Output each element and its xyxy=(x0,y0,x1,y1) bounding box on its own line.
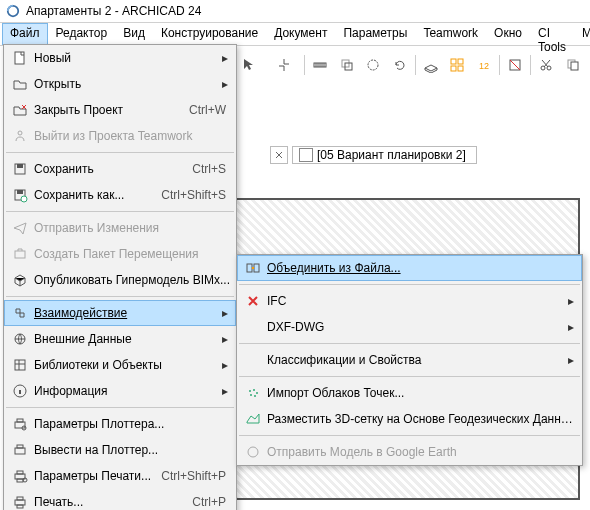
tool-measure[interactable] xyxy=(309,53,331,77)
printset-icon xyxy=(8,468,32,484)
menu-item[interactable]: Открыть▸ xyxy=(4,71,236,97)
ifc-icon xyxy=(241,293,265,309)
tab-close-button[interactable] xyxy=(270,146,288,164)
separator xyxy=(530,55,531,75)
svg-point-49 xyxy=(254,395,256,397)
submenu-arrow-icon: ▸ xyxy=(568,353,578,367)
menu-item-shortcut: Ctrl+W xyxy=(189,103,232,117)
submenu-arrow-icon: ▸ xyxy=(568,320,578,334)
menu-item-label: Импорт Облаков Точек... xyxy=(265,386,578,400)
separator xyxy=(415,55,416,75)
menu-item[interactable]: Сохранить как...Ctrl+Shift+S xyxy=(4,182,236,208)
menu-item[interactable]: Опубликовать Гипермодель BIMx... xyxy=(4,267,236,293)
menu-item[interactable]: СохранитьCtrl+S xyxy=(4,156,236,182)
menu-item[interactable]: Параметры Печати...Ctrl+Shift+P xyxy=(4,463,236,489)
svg-point-21 xyxy=(18,131,22,135)
svg-rect-7 xyxy=(451,66,456,71)
menu-item[interactable]: Параметры Плоттера... xyxy=(4,411,236,437)
svg-rect-15 xyxy=(571,62,578,70)
menu-item[interactable]: DXF-DWG▸ xyxy=(237,314,582,340)
tool-floor[interactable] xyxy=(420,53,442,77)
menu-item: Выйти из Проекта Teamwork xyxy=(4,123,236,149)
submenu-arrow-icon: ▸ xyxy=(222,306,232,320)
close-icon xyxy=(8,102,32,118)
menu-item: Отправить Модель в Google Earth xyxy=(237,439,582,465)
tool-cursor[interactable] xyxy=(233,53,265,77)
menu-item: Создать Пакет Перемещения xyxy=(4,241,236,267)
menu-параметры[interactable]: Параметры xyxy=(335,23,415,45)
menu-item-label: Сохранить xyxy=(32,162,192,176)
tool-snap[interactable] xyxy=(268,53,300,77)
menu-файл[interactable]: Файл xyxy=(2,23,48,45)
interop-submenu-dropdown: Объединить из Файла...IFC▸DXF-DWG▸Класси… xyxy=(236,254,583,466)
menu-item[interactable]: Внешние Данные▸ xyxy=(4,326,236,352)
menu-item[interactable]: Закрыть ПроектCtrl+W xyxy=(4,97,236,123)
class-icon xyxy=(241,352,265,368)
menu-вид[interactable]: Вид xyxy=(115,23,153,45)
menu-item[interactable]: Импорт Облаков Точек... xyxy=(237,380,582,406)
ge-icon xyxy=(241,444,265,460)
info-icon xyxy=(8,383,32,399)
menu-separator xyxy=(239,435,580,436)
menu-bar: ФайлРедакторВидКонструированиеДокументПа… xyxy=(0,23,590,46)
svg-point-50 xyxy=(248,447,258,457)
menu-item[interactable]: Вывести на Плоттер... xyxy=(4,437,236,463)
submenu-arrow-icon: ▸ xyxy=(568,294,578,308)
tool-offset[interactable] xyxy=(335,53,357,77)
send-icon xyxy=(8,220,32,236)
menu-item[interactable]: IFC▸ xyxy=(237,288,582,314)
menu-item[interactable]: Печать...Ctrl+P xyxy=(4,489,236,510)
menu-item[interactable]: Новый▸ xyxy=(4,45,236,71)
svg-rect-43 xyxy=(247,264,252,272)
menu-item[interactable]: Библиотеки и Объекты▸ xyxy=(4,352,236,378)
menu-item-label: Вывести на Плоттер... xyxy=(32,443,232,457)
menu-item[interactable]: Разместить 3D-сетку на Основе Геодезичес… xyxy=(237,406,582,432)
plot-icon xyxy=(8,442,32,458)
menu-item[interactable]: Взаимодействие▸ xyxy=(4,300,236,326)
svg-rect-38 xyxy=(17,479,23,482)
tool-cut[interactable] xyxy=(535,53,557,77)
menu-ci tools[interactable]: CI Tools xyxy=(530,23,574,45)
tool-rotate[interactable] xyxy=(388,53,410,77)
tool-12[interactable]: 12 xyxy=(473,53,495,77)
svg-point-26 xyxy=(21,196,27,202)
menu-item-label: IFC xyxy=(265,294,568,308)
menu-teamwork[interactable]: Teamwork xyxy=(415,23,486,45)
menu-modelport[interactable]: ModelPort xyxy=(574,23,590,45)
svg-point-46 xyxy=(253,389,255,391)
svg-rect-6 xyxy=(458,59,463,64)
tool-suspend[interactable] xyxy=(504,53,526,77)
submenu-arrow-icon: ▸ xyxy=(222,358,232,372)
menu-item-shortcut: Ctrl+Shift+P xyxy=(161,469,232,483)
menu-item[interactable]: Объединить из Файла... xyxy=(237,255,582,281)
svg-rect-44 xyxy=(254,264,259,272)
menu-item-label: Открыть xyxy=(32,77,222,91)
menu-separator xyxy=(6,296,234,297)
submenu-arrow-icon: ▸ xyxy=(222,332,232,346)
menu-конструирование[interactable]: Конструирование xyxy=(153,23,266,45)
svg-rect-27 xyxy=(15,251,25,258)
menu-item-label: Внешние Данные xyxy=(32,332,222,346)
menu-item-label: Объединить из Файла... xyxy=(265,261,578,275)
tool-group[interactable] xyxy=(446,53,468,77)
menu-документ[interactable]: Документ xyxy=(266,23,335,45)
menu-separator xyxy=(6,407,234,408)
menu-item-label: DXF-DWG xyxy=(265,320,568,334)
tool-copy[interactable] xyxy=(562,53,584,77)
menu-item-label: Печать... xyxy=(32,495,192,509)
menu-item[interactable]: Информация▸ xyxy=(4,378,236,404)
submenu-arrow-icon: ▸ xyxy=(222,384,232,398)
tab-chip[interactable]: [05 Вариант планировки 2] xyxy=(292,146,477,164)
travel-icon xyxy=(8,246,32,262)
menu-item-label: Разместить 3D-сетку на Основе Геодезичес… xyxy=(265,412,578,426)
menu-item[interactable]: Классификации и Свойства▸ xyxy=(237,347,582,373)
menu-редактор[interactable]: Редактор xyxy=(48,23,116,45)
tool-marquee[interactable] xyxy=(362,53,384,77)
svg-text:12: 12 xyxy=(479,61,489,71)
svg-point-47 xyxy=(256,392,258,394)
print-icon xyxy=(8,494,32,510)
svg-point-45 xyxy=(249,390,251,392)
menu-окно[interactable]: Окно xyxy=(486,23,530,45)
separator xyxy=(499,55,500,75)
tab-icon xyxy=(299,148,313,162)
